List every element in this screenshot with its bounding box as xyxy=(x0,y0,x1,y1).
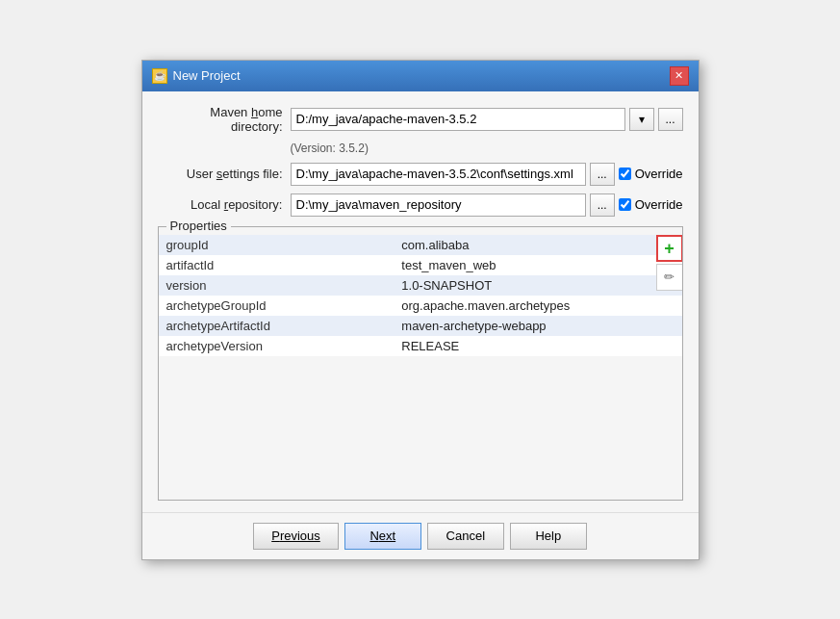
cancel-button[interactable]: Cancel xyxy=(427,523,504,550)
properties-content: groupIdcom.alibabaartifactIdtest_maven_w… xyxy=(159,227,682,500)
maven-home-row: Maven home directory: ▾ ... xyxy=(158,105,683,134)
user-settings-override-row: Override xyxy=(619,167,683,181)
maven-home-dropdown-button[interactable]: ▾ xyxy=(629,108,654,131)
local-repo-override-checkbox[interactable] xyxy=(619,198,631,211)
dialog-body: Maven home directory: ▾ ... (Version: 3.… xyxy=(142,91,699,512)
maven-home-input[interactable] xyxy=(291,108,625,131)
property-key: archetypeVersion xyxy=(159,336,395,356)
table-row[interactable]: archetypeArtifactIdmaven-archetype-webap… xyxy=(159,316,682,336)
table-row[interactable]: version1.0-SNAPSHOT xyxy=(159,275,682,296)
property-value: RELEASE xyxy=(394,336,681,356)
user-settings-input-group: ... Override xyxy=(291,163,683,186)
maven-home-input-group: ▾ ... xyxy=(291,108,683,131)
user-settings-override-label[interactable]: Override xyxy=(635,167,683,181)
local-repo-input[interactable] xyxy=(291,193,586,217)
property-value: com.alibaba xyxy=(394,235,681,255)
help-button[interactable]: Help xyxy=(510,523,587,550)
property-value: maven-archetype-webapp xyxy=(394,316,681,336)
property-key: groupId xyxy=(159,235,395,255)
dialog-footer: Previous Next Cancel Help xyxy=(142,512,699,559)
property-value: org.apache.maven.archetypes xyxy=(394,296,681,316)
local-repo-input-group: ... Override xyxy=(291,193,683,217)
close-button[interactable]: ✕ xyxy=(670,66,689,86)
property-key: archetypeArtifactId xyxy=(159,316,395,336)
title-bar: ☕ New Project ✕ xyxy=(142,61,699,91)
edit-property-button[interactable]: ✏ xyxy=(656,264,682,291)
property-value: test_maven_web xyxy=(394,255,681,275)
next-button[interactable]: Next xyxy=(344,523,421,550)
maven-version-hint: (Version: 3.5.2) xyxy=(291,142,683,155)
local-repo-label: Local repository: xyxy=(158,197,283,212)
previous-button[interactable]: Previous xyxy=(253,523,339,550)
table-row[interactable]: archetypeVersionRELEASE xyxy=(159,336,682,356)
dialog-icon: ☕ xyxy=(152,68,167,84)
property-key: archetypeGroupId xyxy=(159,296,395,316)
table-row[interactable]: artifactIdtest_maven_web xyxy=(159,255,682,275)
next-underline: N xyxy=(369,529,378,543)
add-property-button[interactable]: + xyxy=(656,235,682,262)
properties-table: groupIdcom.alibabaartifactIdtest_maven_w… xyxy=(159,235,682,356)
previous-underline: P xyxy=(271,529,280,543)
user-settings-row: User settings file: ... Override xyxy=(158,163,683,186)
new-project-dialog: ☕ New Project ✕ Maven home directory: ▾ … xyxy=(141,60,700,560)
maven-home-browse-button[interactable]: ... xyxy=(658,108,683,131)
properties-group: Properties groupIdcom.alibabaartifactIdt… xyxy=(158,226,683,501)
user-settings-browse-button[interactable]: ... xyxy=(590,163,615,186)
dialog-title: New Project xyxy=(173,68,241,83)
property-value: 1.0-SNAPSHOT xyxy=(394,275,681,296)
table-row[interactable]: archetypeGroupIdorg.apache.maven.archety… xyxy=(159,296,682,316)
table-row[interactable]: groupIdcom.alibaba xyxy=(159,235,682,255)
next-label-rest: ext xyxy=(379,529,395,543)
local-repo-row: Local repository: ... Override xyxy=(158,193,683,217)
user-settings-label: User settings file: xyxy=(158,167,283,181)
local-repo-browse-button[interactable]: ... xyxy=(590,193,615,217)
user-settings-override-checkbox[interactable] xyxy=(619,168,631,180)
maven-home-label: Maven home directory: xyxy=(158,105,283,134)
local-repo-override-row: Override xyxy=(619,197,683,212)
title-bar-left: ☕ New Project xyxy=(152,68,241,84)
user-settings-input[interactable] xyxy=(291,163,586,186)
properties-inner: groupIdcom.alibabaartifactIdtest_maven_w… xyxy=(159,227,682,500)
property-key: artifactId xyxy=(159,255,395,275)
property-key: version xyxy=(159,275,395,296)
properties-controls: + ✏ xyxy=(656,235,682,291)
previous-label-rest: revious xyxy=(280,529,320,543)
local-repo-override-label[interactable]: Override xyxy=(635,197,683,212)
